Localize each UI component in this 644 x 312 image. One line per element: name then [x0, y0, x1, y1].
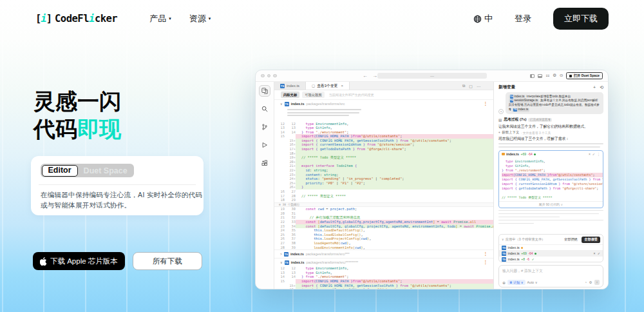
tool-call-row[interactable]: ⌖ 获取上下文 · 文件查看等 3 个工具	[498, 130, 603, 135]
new-chat-icon[interactable]: +	[593, 85, 596, 90]
feature-divider	[39, 184, 196, 185]
expand-code-button[interactable]: 展开 90 行代码 ∨	[499, 201, 603, 208]
account-icon[interactable]: ⊙	[560, 73, 563, 78]
tab-index-ts[interactable]: TSindex.ts	[274, 82, 306, 90]
open-duet-space-button[interactable]: 打开 Duet Space	[566, 72, 603, 79]
diff-section-header-2[interactable]: > TS index.ts packages/transforms/src/**…	[274, 249, 493, 258]
user-message-bubble: TSindex.ts interpolate新增变量todo,数据来自 TSse…	[506, 92, 603, 114]
refresh-icon[interactable]: ◔	[585, 280, 587, 284]
mode-toggle: Editor Duet Space	[41, 164, 134, 177]
language-switcher[interactable]: 中	[473, 13, 493, 24]
toolbar-hint: 当前阅读文件和产生的代码变更	[329, 93, 374, 97]
diff-code-bottom: 1212 type EnvironmentInfo,1313 type GitI…	[274, 266, 493, 289]
command-center[interactable]: —	[377, 73, 487, 79]
chat-input-placeholder: 输入问题，# 添加上下文	[502, 268, 600, 274]
inline-cursor-chip[interactable]: 内联光标	[281, 92, 299, 98]
reject-all-button[interactable]: 全部拒绝	[564, 237, 578, 242]
nav-resources[interactable]: 资源▾	[189, 13, 211, 24]
user-avatar: ❝	[498, 109, 504, 114]
accept-icon[interactable]: ✓	[598, 251, 600, 255]
tab-changes[interactable]: ▢查看3个变更×	[306, 82, 350, 90]
top-nav: [i] CodeFlicker 产品▾ 资源▾ 中 登录 立即下载	[35, 8, 609, 30]
panel-toggle-icon[interactable]	[538, 74, 542, 78]
more-icon[interactable]: ⋯	[477, 84, 480, 88]
diff-row: 2839 loadEnvironmentInfo(cwd),	[274, 246, 493, 250]
diff-file-icon: ▢	[312, 84, 315, 88]
settings-gear-icon[interactable]: ⚙	[553, 73, 556, 78]
diff-section-header-3[interactable]: ∨ TS index.ts packages/transforms/src/**…	[274, 258, 493, 266]
apply-file-row[interactable]: TSindex.ts	[499, 244, 603, 250]
history-arrows[interactable]: ←→	[363, 70, 377, 81]
explorer-icon[interactable]	[259, 85, 270, 97]
diff-row: 2738 loadAgentsMd(cwd),	[274, 241, 493, 246]
reject-icon[interactable]: ×	[593, 251, 595, 255]
source-control-icon[interactable]	[259, 121, 270, 133]
file-chip[interactable]: TSindex.ts	[512, 108, 529, 112]
logo[interactable]: [i] CodeFlicker	[35, 13, 117, 24]
diff-row: 21+export interface TodoItem {	[274, 164, 493, 168]
text-skeleton-top	[498, 141, 603, 148]
diff-code-top: 1212 type EnvironmentInfo,1313 type GitI…	[274, 122, 493, 250]
diff-row: 1829	[274, 198, 493, 202]
diff-row: 25+ priority: "P0" | "P1" | "P2";	[274, 181, 493, 186]
diff-row: 1313 type GitInfo,	[274, 271, 493, 275]
file-chip[interactable]: TSsessionStorage.ts	[509, 99, 540, 103]
model-selector[interactable]: Auto ∨	[527, 280, 538, 284]
diff-row: 16+import { currentSessionIdAtom } from …	[274, 288, 493, 289]
add-context-icon[interactable]: ⊕	[502, 280, 506, 285]
diff-row: 22+ id: string;	[274, 168, 493, 173]
login-link[interactable]: 登录	[515, 13, 531, 24]
reject-icon[interactable]: ×	[589, 152, 591, 156]
window-titlebar: ←→ — ⚏ ⚙ ⊙ 打开 Duet Space	[256, 70, 608, 81]
file-chip[interactable]: TSindex.ts	[509, 95, 526, 99]
history-icon[interactable]: ⟲	[600, 85, 603, 90]
collapse-icon[interactable]: ∨	[502, 238, 504, 241]
modified-indicator-icon: ⋮	[484, 101, 488, 106]
thinking-row[interactable]: ▤ 思考过程 (7s) 已完成深度思考	[498, 117, 603, 122]
duet-icon	[569, 75, 572, 77]
modified-indicator-icon: ⋮	[484, 251, 488, 257]
download-apple-button[interactable]: 下载 Apple 芯片版本	[33, 252, 125, 270]
search-icon[interactable]	[259, 103, 270, 115]
more-icon[interactable]: ⋮	[597, 152, 600, 156]
split-icon[interactable]: ⧉	[462, 84, 465, 88]
diff-section-header-1[interactable]: ∨ TS index.ts packages/transforms/src ⋮	[274, 99, 493, 108]
apple-icon	[40, 257, 47, 266]
download-cta-button[interactable]: 立即下载	[553, 8, 609, 30]
toggle-duet-space[interactable]: Duet Space	[78, 165, 133, 177]
extensions-icon[interactable]	[259, 157, 270, 169]
diff-row: 15import{CONFIG_HOME_PATH }from"@/utils/…	[274, 134, 493, 139]
download-all-button[interactable]: 所有下载	[133, 252, 202, 270]
settings-icon[interactable]: ⚙	[589, 280, 592, 284]
accept-icon[interactable]: ✓	[592, 152, 595, 156]
diff-row: 15import{CONFIG_HOME_PATH }from"@/utils/…	[274, 279, 493, 284]
diff-row: 2233 const [defaultCfg,globalCfg,project…	[274, 220, 493, 224]
apply-file-row[interactable]: TSindex.ts+8-6✓	[499, 256, 603, 262]
diff-row: 1313 type GitInfo,	[274, 126, 493, 130]
diff-row: 2637 this.loadProjectConfig(cwd),	[274, 237, 493, 241]
diff-row: 1627	[274, 190, 493, 194]
apply-file-row[interactable]: TSindex.ts+69-64×✓	[499, 250, 603, 256]
status-dot	[534, 153, 536, 155]
nav-products[interactable]: 产品▾	[149, 13, 171, 24]
editor-pane: TSindex.ts ▢查看3个变更× ⧉▢⋯ 内联光标 可视化视图 当前阅读文…	[274, 82, 494, 289]
toggle-editor[interactable]: Editor	[42, 165, 78, 177]
sidebar-toggle-icon[interactable]	[530, 74, 535, 78]
plan-mode-chip[interactable]: ≣计划∨	[507, 280, 526, 285]
traffic-lights[interactable]	[261, 74, 277, 78]
diff-row: 2536 this.loadGlobalConfig(),	[274, 233, 493, 237]
diff-row: 20+	[274, 160, 493, 164]
hidden-lines-row[interactable]: ⊕ 30 个隐藏行	[274, 202, 493, 208]
chat-input[interactable]: 输入问题，# 添加上下文 ⊕ ≣计划∨ Auto ∨ ◔ ⚙ ↑	[498, 265, 603, 288]
file-modified-icon	[502, 153, 505, 156]
visual-view-chip[interactable]: 可视化视图	[302, 92, 324, 98]
feature-card: Editor Duet Space 在编辑器中保持编码专注心流，AI 实时补全你…	[31, 156, 204, 215]
layout-split-icon[interactable]: ▢	[469, 84, 473, 88]
debug-icon[interactable]	[259, 139, 270, 151]
send-button[interactable]: ↑	[594, 280, 600, 285]
download-buttons: 下载 Apple 芯片版本 所有下载	[33, 252, 202, 270]
accept-all-button[interactable]: 全部接受	[582, 237, 600, 243]
layout-icon[interactable]: ⚏	[545, 73, 549, 78]
close-icon[interactable]: ×	[341, 84, 343, 88]
forward-icon: →	[372, 73, 377, 79]
